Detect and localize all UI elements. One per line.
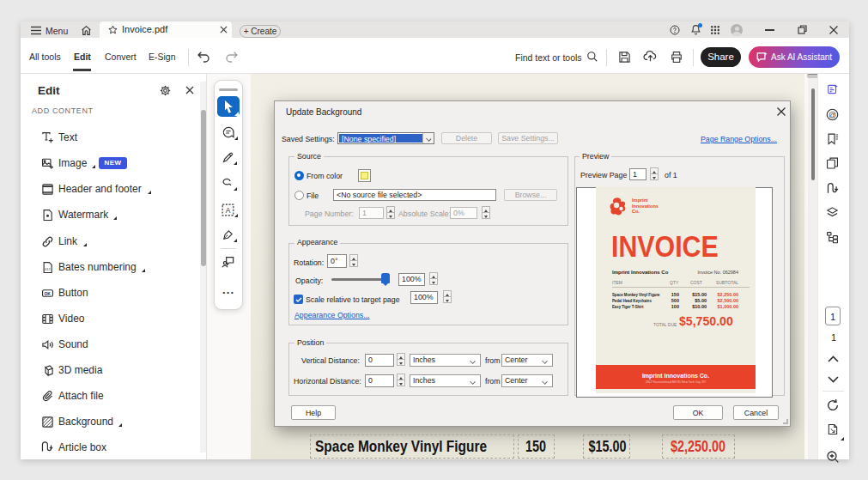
svg-text:@: @ [829, 111, 836, 119]
svg-text:A: A [226, 206, 231, 215]
svg-text:012: 012 [45, 267, 52, 271]
svg-text:OK: OK [44, 291, 51, 296]
